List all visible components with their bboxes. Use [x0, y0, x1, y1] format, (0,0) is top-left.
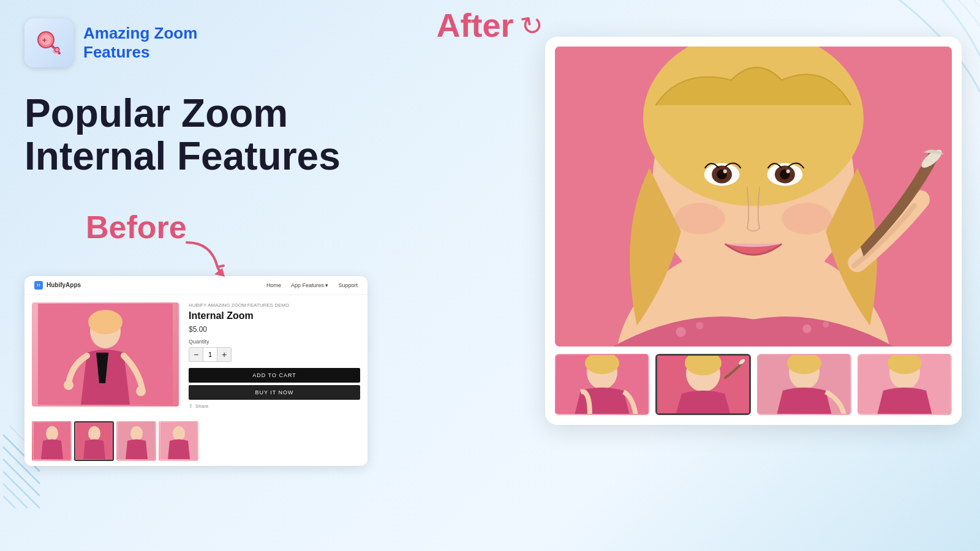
buy-now-button[interactable]: BUY IT NOW — [189, 385, 360, 400]
svg-point-19 — [136, 386, 146, 396]
before-label: Before — [86, 209, 187, 246]
add-to-cart-button[interactable]: ADD TO CART — [189, 368, 360, 383]
after-thumbnail-2[interactable] — [655, 354, 751, 415]
svg-point-45 — [802, 324, 811, 333]
qty-minus-button[interactable]: − — [189, 348, 203, 361]
qty-plus-button[interactable]: + — [217, 348, 231, 361]
svg-point-35 — [723, 170, 727, 173]
svg-line-4 — [3, 484, 28, 508]
svg-point-17 — [88, 310, 123, 334]
svg-text:⚙: ⚙ — [55, 48, 59, 52]
product-subtitle: HUBIFY AMAZING ZOOM FEATURES DEMO — [189, 302, 360, 308]
product-price: $5.00 — [189, 325, 360, 334]
svg-point-40 — [674, 203, 725, 234]
thumbnail-4[interactable] — [159, 421, 198, 461]
mockup-nav-links: Home App Features ▾ Support — [266, 282, 358, 288]
svg-point-21 — [46, 426, 58, 441]
qty-value: 1 — [203, 348, 217, 361]
svg-point-18 — [64, 380, 74, 390]
product-woman-svg — [38, 304, 173, 405]
before-label-container: Before — [86, 209, 187, 258]
heading-line1: Popular Zoom — [24, 91, 288, 135]
after-label-container: After ↻ — [436, 6, 543, 44]
product-main-image — [32, 302, 179, 407]
after-woman-svg — [555, 47, 952, 347]
svg-point-23 — [88, 426, 100, 441]
after-label: After — [436, 6, 513, 44]
app-logo-icon: + ⚙ — [24, 18, 74, 67]
product-info: HUBIFY AMAZING ZOOM FEATURES DEMO Intern… — [189, 302, 360, 409]
left-panel: + ⚙ Amazing Zoom Features Popular Zoom I… — [24, 18, 441, 466]
svg-point-27 — [173, 426, 185, 441]
nav-logo-text: HubifyApps — [47, 282, 81, 288]
share-link[interactable]: ⇪ Share — [189, 403, 360, 409]
after-thumbnail-3[interactable] — [757, 354, 851, 415]
before-mockup-card: H HubifyApps Home App Features ▾ Support — [24, 276, 368, 466]
after-thumbnail-row — [555, 354, 952, 415]
svg-point-25 — [130, 426, 143, 441]
heading-line2: Internal Features — [24, 134, 341, 178]
svg-point-39 — [786, 170, 790, 173]
quantity-control: − 1 + — [189, 347, 232, 362]
logo-title-line2: Features — [83, 43, 149, 61]
svg-line-5 — [3, 496, 15, 508]
after-main-image — [555, 47, 952, 347]
quantity-label: Quantity — [189, 339, 360, 345]
svg-point-41 — [782, 203, 832, 234]
nav-link-support[interactable]: Support — [338, 282, 358, 288]
mockup-nav-logo: H HubifyApps — [34, 281, 81, 290]
mockup-body: HUBIFY AMAZING ZOOM FEATURES DEMO Intern… — [24, 295, 368, 416]
product-name: Internal Zoom — [189, 310, 360, 321]
hubify-logo-icon: H — [34, 281, 43, 290]
right-panel-after — [545, 37, 962, 425]
logo-title: Amazing Zoom Features — [83, 24, 197, 62]
logo-area: + ⚙ Amazing Zoom Features — [24, 18, 441, 67]
main-heading: Popular Zoom Internal Features — [24, 92, 441, 178]
after-thumbnail-4[interactable] — [858, 354, 952, 415]
thumbnail-2[interactable] — [74, 421, 114, 461]
svg-point-44 — [696, 322, 703, 329]
after-thumbnail-1[interactable] — [555, 354, 649, 415]
after-arrow-icon: ↻ — [518, 8, 546, 43]
svg-point-46 — [823, 321, 829, 328]
thumbnail-1[interactable] — [32, 421, 72, 461]
svg-point-43 — [676, 327, 685, 337]
before-arrow-svg — [181, 236, 230, 279]
logo-text: Amazing Zoom Features — [83, 24, 197, 62]
product-thumbnail-row — [24, 416, 368, 466]
nav-link-home[interactable]: Home — [266, 282, 281, 288]
logo-title-line1: Amazing Zoom — [83, 24, 197, 42]
nav-link-features[interactable]: App Features ▾ — [291, 282, 329, 288]
thumbnail-3[interactable] — [116, 421, 156, 461]
logo-svg: + ⚙ — [34, 28, 64, 58]
svg-text:+: + — [42, 36, 47, 45]
share-text: Share — [195, 403, 208, 409]
